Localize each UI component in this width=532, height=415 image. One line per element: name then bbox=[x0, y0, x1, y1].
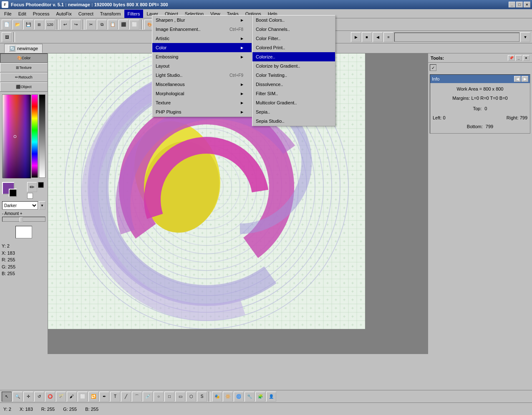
zoom-tool[interactable]: 🔍 bbox=[13, 392, 23, 402]
menu-layout[interactable]: Layout bbox=[152, 61, 252, 71]
s-tool[interactable]: S bbox=[197, 392, 207, 402]
tb2-btn2[interactable]: ■ bbox=[362, 32, 372, 42]
info-prev[interactable]: ◀ bbox=[514, 76, 521, 82]
rotate-tool[interactable]: ↺ bbox=[34, 392, 44, 402]
fx-btn6[interactable]: 👤 bbox=[266, 392, 276, 402]
undo-btn[interactable]: ↩ bbox=[60, 20, 70, 30]
minimize-button[interactable]: _ bbox=[509, 2, 515, 8]
line-tool[interactable]: ╱ bbox=[121, 392, 131, 402]
fx-btn5[interactable]: 🧩 bbox=[255, 392, 265, 402]
tab-texture[interactable]: ⊞ Texture bbox=[0, 63, 48, 72]
submenu-multicolor-gradient[interactable]: Multicolor Gradient.. bbox=[252, 98, 335, 107]
menu-image-enhancement[interactable]: Image Enhancement.. Ctrl+F8 bbox=[152, 25, 252, 34]
lasso-tool[interactable]: ⭕ bbox=[45, 392, 55, 402]
menu-texture[interactable]: Texture ▶ bbox=[152, 98, 252, 107]
rounded-rect-tool[interactable]: ▭ bbox=[175, 392, 185, 402]
redo-btn[interactable]: ↪ bbox=[71, 20, 81, 30]
tools-pin-btn[interactable]: 📌 bbox=[508, 55, 514, 61]
text-tool[interactable]: T bbox=[110, 392, 120, 402]
menu-sharpen-blur[interactable]: Sharpen , Blur ▶ bbox=[152, 15, 252, 25]
blend-arrow[interactable]: ▼ bbox=[39, 201, 45, 210]
submenu-boost-colors[interactable]: Boost Colors.. bbox=[252, 15, 335, 25]
submenu-sepia[interactable]: Sepia.. bbox=[252, 107, 335, 116]
btn4[interactable]: ⊞ bbox=[34, 20, 44, 30]
tab-retouch[interactable]: ✏ Retouch bbox=[0, 73, 48, 82]
submenu-filter-sim[interactable]: Filter SIM.. bbox=[252, 89, 335, 98]
tb2-btn4[interactable]: ≡ bbox=[383, 32, 393, 42]
menu-process[interactable]: Process bbox=[30, 10, 53, 18]
tab-object[interactable]: ⬛ Object bbox=[0, 82, 48, 91]
tools-checkbox[interactable]: ✓ bbox=[430, 64, 436, 71]
foreground-color[interactable] bbox=[2, 182, 15, 195]
submenu-colored-print[interactable]: Colored Print.. bbox=[252, 43, 335, 52]
btn5[interactable]: 120 bbox=[45, 20, 55, 30]
menu-autofix[interactable]: AutoFix bbox=[53, 10, 75, 18]
image-tab[interactable]: 🔄 newimage bbox=[4, 44, 43, 53]
btn7[interactable]: ⬜ bbox=[129, 20, 139, 30]
menu-correct[interactable]: Correct bbox=[75, 10, 97, 18]
arrow-tool[interactable]: ↖ bbox=[2, 392, 12, 402]
tb2-btn1[interactable]: ▶ bbox=[351, 32, 361, 42]
paste-btn[interactable]: 📋 bbox=[108, 20, 118, 30]
rect-tool[interactable]: □ bbox=[164, 392, 174, 402]
ellipse-tool[interactable]: ○ bbox=[154, 392, 164, 402]
background-color[interactable] bbox=[9, 189, 17, 197]
black-swatch[interactable] bbox=[38, 182, 44, 188]
menu-miscellaneous[interactable]: Miscellaneous ▶ bbox=[152, 80, 252, 89]
fx-btn2[interactable]: 🔆 bbox=[223, 392, 233, 402]
color-palette[interactable] bbox=[2, 94, 30, 178]
magic-wand[interactable]: 🪄 bbox=[56, 392, 66, 402]
fx-btn3[interactable]: 🌀 bbox=[234, 392, 244, 402]
hue-slider[interactable] bbox=[31, 94, 38, 178]
eyedrop-tool[interactable]: 💉 bbox=[143, 392, 153, 402]
stamp-tool[interactable]: 🔁 bbox=[88, 392, 98, 402]
submenu-color-channels[interactable]: Color Channels.. bbox=[252, 25, 335, 34]
white-swatch[interactable] bbox=[27, 193, 33, 199]
menu-php-plugins[interactable]: PHP Plugins ▶ bbox=[152, 107, 252, 116]
save-btn[interactable]: 💾 bbox=[23, 20, 33, 30]
open-btn[interactable]: 📂 bbox=[13, 20, 23, 30]
menu-edit[interactable]: Edit bbox=[15, 10, 30, 18]
amount-slider[interactable] bbox=[2, 217, 45, 222]
menu-light-studio[interactable]: Light Studio.. Ctrl+F9 bbox=[152, 71, 252, 80]
tb2-btn3[interactable]: ◀ bbox=[373, 32, 383, 42]
pen-tool[interactable]: ✒ bbox=[99, 392, 109, 402]
maximize-button[interactable]: □ bbox=[516, 2, 523, 8]
blend-mode-select[interactable]: Darker Normal Lighter bbox=[2, 201, 38, 210]
submenu-colorize[interactable]: Colorize.. bbox=[252, 52, 335, 61]
bw-slider[interactable] bbox=[39, 94, 45, 178]
btn6[interactable]: ⬛ bbox=[119, 20, 129, 30]
menu-artistic[interactable]: Artistic ▶ bbox=[152, 34, 252, 43]
menu-transform[interactable]: Transform bbox=[97, 10, 124, 18]
menu-color[interactable]: Color ▶ bbox=[152, 43, 252, 52]
close-button[interactable]: × bbox=[524, 2, 530, 8]
thumb-btn[interactable]: 🖼 bbox=[2, 32, 12, 42]
menu-embossing[interactable]: Embossing ▶ bbox=[152, 52, 252, 61]
path-tool[interactable]: ⌒ bbox=[132, 392, 142, 402]
polygon-tool[interactable]: ⬡ bbox=[186, 392, 196, 402]
brush-tool[interactable]: ✏ bbox=[27, 182, 37, 192]
tools-close-btn[interactable]: × bbox=[523, 55, 529, 61]
blend-row: Darker Normal Lighter ▼ bbox=[0, 200, 48, 210]
move-tool[interactable]: ✛ bbox=[23, 392, 33, 402]
cut-btn[interactable]: ✂ bbox=[86, 20, 96, 30]
amount-thumb[interactable] bbox=[20, 217, 23, 222]
brush-tool-b[interactable]: 🖌 bbox=[67, 392, 77, 402]
submenu-sepia-studio[interactable]: Sepia Studio.. bbox=[252, 116, 335, 126]
fx-btn4[interactable]: 🔧 bbox=[245, 392, 255, 402]
tb2-arrow[interactable]: ▼ bbox=[520, 32, 530, 42]
menu-morphological[interactable]: Morphological ▶ bbox=[152, 89, 252, 98]
submenu-color-twisting[interactable]: Color Twisting.. bbox=[252, 71, 335, 80]
submenu-dissolvence[interactable]: Dissolvence.. bbox=[252, 80, 335, 89]
fx-btn1[interactable]: 🎭 bbox=[212, 392, 222, 402]
copy-btn[interactable]: ⧉ bbox=[97, 20, 107, 30]
menu-filters[interactable]: Filters bbox=[124, 10, 144, 18]
menu-file[interactable]: File bbox=[1, 10, 15, 18]
info-next[interactable]: ▶ bbox=[522, 76, 528, 82]
eraser-tool[interactable]: ⬜ bbox=[78, 392, 88, 402]
submenu-colorize-gradient[interactable]: Colorize by Gradient.. bbox=[252, 61, 335, 71]
tab-color[interactable]: 🎨 Color bbox=[0, 53, 48, 63]
new-btn[interactable]: 📄 bbox=[2, 20, 12, 30]
submenu-color-filter[interactable]: Color Filter.. bbox=[252, 34, 335, 43]
tools-min-btn[interactable]: _ bbox=[515, 55, 522, 61]
